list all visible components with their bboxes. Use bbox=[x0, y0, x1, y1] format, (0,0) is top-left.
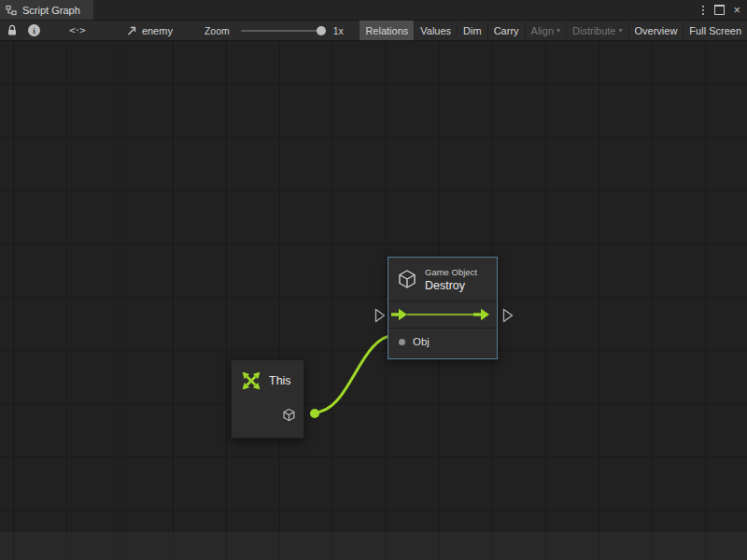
this-arrows-icon bbox=[242, 371, 261, 390]
close-icon[interactable]: × bbox=[733, 4, 740, 16]
input-port-row: Obj bbox=[388, 329, 497, 347]
flow-arrows-icon bbox=[388, 301, 497, 328]
node-this[interactable]: This bbox=[231, 359, 304, 439]
node-category: Game Object bbox=[425, 267, 477, 277]
zoom-label: Zoom bbox=[204, 25, 230, 36]
info-icon[interactable]: i bbox=[28, 24, 40, 36]
graph-name: enemy bbox=[142, 25, 173, 36]
distribute-button[interactable]: Distribute▾ bbox=[566, 21, 627, 40]
canvas-bottom-band bbox=[0, 532, 747, 560]
node-destroy-header: Game Object Destroy bbox=[388, 258, 497, 301]
script-graph-icon bbox=[6, 5, 17, 16]
game-object-output-cube-icon bbox=[282, 408, 296, 422]
connection-layer bbox=[0, 41, 747, 560]
node-destroy[interactable]: Game Object Destroy Obj bbox=[388, 257, 498, 359]
control-input-port-icon[interactable] bbox=[374, 308, 386, 323]
graph-breadcrumb-icon bbox=[126, 25, 137, 36]
align-button[interactable]: Align▾ bbox=[525, 21, 566, 40]
node-title: This bbox=[269, 374, 291, 387]
control-output-port-icon[interactable] bbox=[502, 308, 514, 323]
script-graph-window: Script Graph × i <·> enemy Zoom 1x bbox=[0, 0, 747, 560]
relations-button[interactable]: Relations bbox=[359, 21, 414, 40]
carry-button[interactable]: Carry bbox=[487, 21, 525, 40]
connection-wire[interactable] bbox=[314, 335, 396, 413]
lock-icon[interactable] bbox=[7, 24, 18, 36]
chevron-down-icon: ▾ bbox=[557, 26, 560, 35]
window-menu-icon[interactable] bbox=[700, 4, 706, 17]
code-toggle-icon[interactable]: <·> bbox=[69, 24, 85, 36]
graph-toolbar: i <·> enemy Zoom 1x Relations Values Dim… bbox=[0, 20, 747, 41]
toolbar-buttons: Relations Values Dim Carry Align▾ Distri… bbox=[359, 21, 747, 40]
breadcrumb[interactable]: enemy bbox=[126, 25, 173, 36]
graph-canvas[interactable]: Game Object Destroy Obj bbox=[0, 41, 747, 560]
values-button[interactable]: Values bbox=[414, 21, 457, 40]
full-screen-button[interactable]: Full Screen bbox=[683, 21, 747, 40]
zoom-value: 1x bbox=[333, 25, 344, 36]
zoom-slider[interactable] bbox=[241, 30, 321, 32]
overview-button[interactable]: Overview bbox=[628, 21, 684, 40]
control-flow-row bbox=[388, 301, 497, 328]
zoom-slider-knob[interactable] bbox=[317, 26, 326, 35]
obj-port-label: Obj bbox=[413, 336, 430, 347]
node-title: Destroy bbox=[425, 279, 477, 292]
node-this-header: This bbox=[232, 360, 303, 390]
title-bar: Script Graph × bbox=[0, 0, 747, 20]
game-object-cube-icon bbox=[397, 269, 417, 289]
tab-script-graph[interactable]: Script Graph bbox=[0, 0, 93, 20]
chevron-down-icon: ▾ bbox=[619, 26, 623, 35]
obj-input-port[interactable] bbox=[399, 339, 405, 345]
tab-title: Script Graph bbox=[22, 5, 80, 16]
maximize-icon[interactable] bbox=[714, 5, 725, 15]
this-output-port[interactable] bbox=[310, 409, 319, 418]
dim-button[interactable]: Dim bbox=[457, 21, 487, 40]
